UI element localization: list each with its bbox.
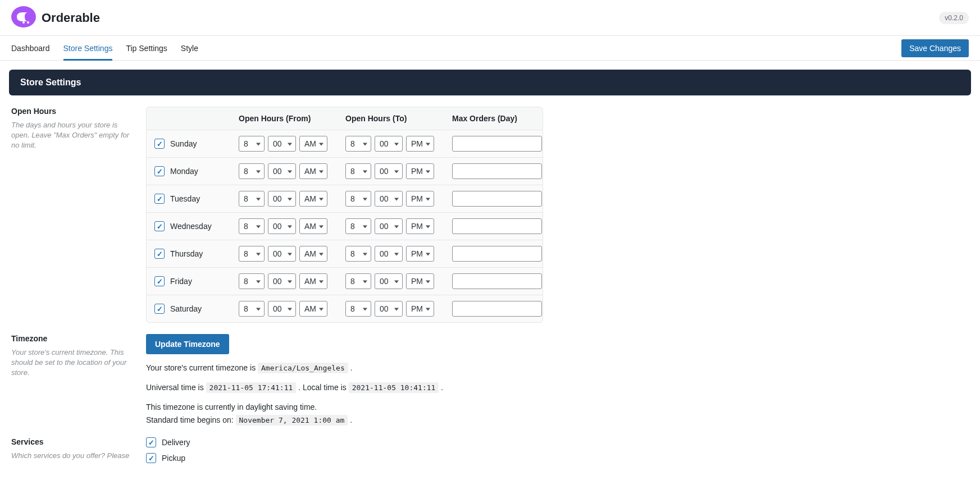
hours-row: Wednesday800AM800PM bbox=[147, 213, 543, 240]
from-period-select[interactable]: AM bbox=[299, 301, 327, 317]
timezone-desc: Your store's current timezone. This shou… bbox=[11, 347, 135, 378]
page-title-bar: Store Settings bbox=[9, 70, 971, 95]
max-orders-input[interactable] bbox=[452, 273, 542, 289]
to-hour-select[interactable]: 8 bbox=[345, 273, 371, 289]
services-desc: Which services do you offer? Please bbox=[11, 451, 135, 461]
max-orders-input[interactable] bbox=[452, 301, 542, 317]
tab-tip-settings[interactable]: Tip Settings bbox=[126, 36, 167, 60]
to-minute-select[interactable]: 00 bbox=[375, 191, 403, 207]
update-timezone-button[interactable]: Update Timezone bbox=[146, 334, 229, 354]
section-open-hours: Open Hours The days and hours your store… bbox=[11, 107, 969, 323]
to-hour-select[interactable]: 8 bbox=[345, 246, 371, 262]
tab-store-settings[interactable]: Store Settings bbox=[63, 36, 113, 60]
from-period-select[interactable]: AM bbox=[299, 246, 327, 262]
to-minute-select[interactable]: 00 bbox=[375, 136, 403, 152]
from-hour-select[interactable]: 8 bbox=[239, 218, 265, 234]
from-minute-select[interactable]: 00 bbox=[268, 218, 296, 234]
day-checkbox[interactable] bbox=[154, 276, 165, 286]
tz-period: . bbox=[348, 363, 353, 372]
max-orders-input[interactable] bbox=[452, 191, 542, 207]
tz-period2: . bbox=[439, 383, 443, 392]
open-hours-title: Open Hours bbox=[11, 107, 135, 116]
from-minute-select[interactable]: 00 bbox=[268, 163, 296, 179]
tz-std-pre: Standard time begins on: bbox=[146, 415, 236, 424]
to-period-select[interactable]: PM bbox=[406, 301, 434, 317]
to-period-select[interactable]: PM bbox=[406, 136, 434, 152]
hours-row: Monday800AM800PM bbox=[147, 158, 543, 185]
tz-local-value: 2021-11-05 10:41:11 bbox=[349, 382, 439, 393]
from-hour-select[interactable]: 8 bbox=[239, 191, 265, 207]
from-hour-select[interactable]: 8 bbox=[239, 136, 265, 152]
tab-style[interactable]: Style bbox=[181, 36, 198, 60]
hours-row: Thursday800AM800PM bbox=[147, 240, 543, 268]
day-checkbox[interactable] bbox=[154, 221, 165, 231]
page-title: Store Settings bbox=[20, 77, 960, 88]
from-minute-select[interactable]: 00 bbox=[268, 301, 296, 317]
tz-period3: . bbox=[348, 415, 352, 424]
day-checkbox[interactable] bbox=[154, 304, 165, 314]
from-minute-select[interactable]: 00 bbox=[268, 136, 296, 152]
service-item: Pickup bbox=[146, 453, 190, 463]
to-hour-select[interactable]: 8 bbox=[345, 163, 371, 179]
service-checkbox[interactable] bbox=[146, 453, 156, 463]
from-period-select[interactable]: AM bbox=[299, 191, 327, 207]
open-hours-desc: The days and hours your store is open. L… bbox=[11, 120, 135, 151]
timezone-line-dst: This timezone is currently in daylight s… bbox=[146, 401, 443, 413]
tz-line2-mid: . Local time is bbox=[298, 383, 348, 392]
to-hour-select[interactable]: 8 bbox=[345, 136, 371, 152]
from-minute-select[interactable]: 00 bbox=[268, 246, 296, 262]
to-minute-select[interactable]: 00 bbox=[375, 163, 403, 179]
header-from: Open Hours (From) bbox=[231, 107, 338, 130]
hours-row: Friday800AM800PM bbox=[147, 268, 543, 295]
from-period-select[interactable]: AM bbox=[299, 163, 327, 179]
svg-point-1 bbox=[22, 21, 25, 24]
to-minute-select[interactable]: 00 bbox=[375, 218, 403, 234]
to-period-select[interactable]: PM bbox=[406, 273, 434, 289]
tz-utc-value: 2021-11-05 17:41:11 bbox=[206, 382, 297, 393]
max-orders-input[interactable] bbox=[452, 136, 542, 152]
from-minute-select[interactable]: 00 bbox=[268, 273, 296, 289]
to-period-select[interactable]: PM bbox=[406, 246, 434, 262]
to-period-select[interactable]: PM bbox=[406, 163, 434, 179]
to-hour-select[interactable]: 8 bbox=[345, 301, 371, 317]
day-label: Saturday bbox=[170, 304, 202, 313]
hours-row: Saturday800AM800PM bbox=[147, 295, 543, 322]
to-hour-select[interactable]: 8 bbox=[345, 218, 371, 234]
hours-row: Tuesday800AM800PM bbox=[147, 185, 543, 213]
from-period-select[interactable]: AM bbox=[299, 273, 327, 289]
from-hour-select[interactable]: 8 bbox=[239, 273, 265, 289]
to-minute-select[interactable]: 00 bbox=[375, 246, 403, 262]
max-orders-input[interactable] bbox=[452, 163, 542, 179]
timezone-title: Timezone bbox=[11, 334, 135, 343]
max-orders-input[interactable] bbox=[452, 246, 542, 262]
day-checkbox[interactable] bbox=[154, 166, 165, 176]
from-hour-select[interactable]: 8 bbox=[239, 301, 265, 317]
from-period-select[interactable]: AM bbox=[299, 218, 327, 234]
version-badge: v0.2.0 bbox=[939, 12, 969, 24]
to-minute-select[interactable]: 00 bbox=[375, 301, 403, 317]
to-period-select[interactable]: PM bbox=[406, 191, 434, 207]
to-hour-select[interactable]: 8 bbox=[345, 191, 371, 207]
timezone-line-times: Universal time is 2021-11-05 17:41:11 . … bbox=[146, 382, 443, 394]
day-label: Thursday bbox=[170, 249, 203, 258]
day-checkbox[interactable] bbox=[154, 194, 165, 204]
hours-row: Sunday800AM800PM bbox=[147, 130, 543, 158]
from-hour-select[interactable]: 8 bbox=[239, 246, 265, 262]
max-orders-input[interactable] bbox=[452, 218, 542, 234]
tab-dashboard[interactable]: Dashboard bbox=[11, 36, 50, 60]
day-label: Friday bbox=[170, 277, 192, 286]
day-label: Wednesday bbox=[170, 222, 212, 231]
service-label: Pickup bbox=[162, 454, 185, 463]
day-checkbox[interactable] bbox=[154, 139, 165, 149]
day-checkbox[interactable] bbox=[154, 249, 165, 259]
svg-point-2 bbox=[27, 21, 29, 24]
from-minute-select[interactable]: 00 bbox=[268, 191, 296, 207]
from-period-select[interactable]: AM bbox=[299, 136, 327, 152]
app-header: Orderable v0.2.0 bbox=[0, 0, 980, 36]
from-hour-select[interactable]: 8 bbox=[239, 163, 265, 179]
to-minute-select[interactable]: 00 bbox=[375, 273, 403, 289]
save-changes-button[interactable]: Save Changes bbox=[901, 39, 969, 57]
to-period-select[interactable]: PM bbox=[406, 218, 434, 234]
service-item: Delivery bbox=[146, 437, 190, 447]
service-checkbox[interactable] bbox=[146, 437, 156, 447]
